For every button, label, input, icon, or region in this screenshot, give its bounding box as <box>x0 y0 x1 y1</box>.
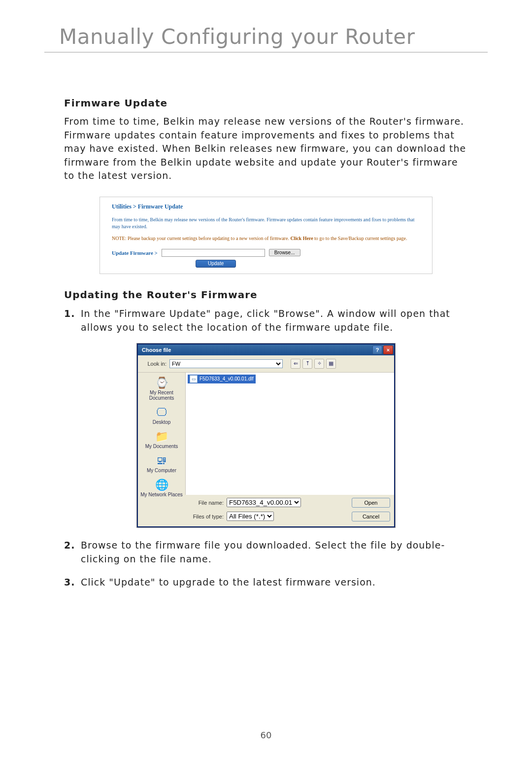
computer-icon: 🖳 <box>154 454 169 468</box>
filetype-select[interactable]: All Files (*.*) <box>227 512 274 521</box>
panel-note-prefix: NOTE: Please backup your current setting… <box>112 236 290 241</box>
place-documents[interactable]: 📁 My Documents <box>138 428 185 451</box>
page-number: 60 <box>0 730 532 740</box>
dialog-titlebar: Choose file ? × <box>138 345 394 355</box>
file-item-selected[interactable]: ▭ F5D7633_4_v0.00.01.dlf <box>188 375 256 383</box>
nav-back-icon[interactable]: ⇐ <box>291 359 300 369</box>
open-button[interactable]: Open <box>352 498 390 508</box>
network-icon: 🌐 <box>154 478 169 492</box>
panel-breadcrumb: Utilities > Firmware Update <box>112 203 422 210</box>
place-recent-label: My Recent Documents <box>138 390 185 401</box>
place-documents-label: My Documents <box>145 444 178 449</box>
place-recent[interactable]: ⌚ My Recent Documents <box>138 375 185 403</box>
step-3-number: 3. <box>64 575 81 589</box>
nav-newfolder-icon[interactable]: ✧ <box>314 359 324 369</box>
step-2-text: Browse to the firmware file you download… <box>81 538 468 566</box>
dialog-title: Choose file <box>142 347 171 353</box>
place-desktop[interactable]: 🖵 Desktop <box>138 404 185 427</box>
desktop-icon: 🖵 <box>154 406 169 419</box>
filename-label: File name: <box>188 500 224 506</box>
file-icon: ▭ <box>190 375 198 383</box>
nav-viewmode-icon[interactable]: ▦ <box>326 359 336 369</box>
heading-updating-firmware: Updating the Router's Firmware <box>64 289 488 301</box>
step-1: 1. In the "Firmware Update" page, click … <box>64 307 468 335</box>
recent-icon: ⌚ <box>154 376 169 390</box>
nav-up-icon[interactable]: ⤒ <box>302 359 312 369</box>
firmware-file-input[interactable] <box>162 249 265 257</box>
place-network-label: My Network Places <box>140 492 183 497</box>
step-3-text: Click "Update" to upgrade to the latest … <box>81 575 468 589</box>
place-network[interactable]: 🌐 My Network Places <box>138 477 185 500</box>
firmware-update-panel: Utilities > Firmware Update From time to… <box>100 197 432 274</box>
step-1-number: 1. <box>64 307 81 335</box>
step-1-text: In the "Firmware Update" page, click "Br… <box>81 307 468 335</box>
place-desktop-label: Desktop <box>153 419 171 425</box>
paragraph-firmware-update: From time to time, Belkin may release ne… <box>64 115 468 183</box>
update-firmware-label: Update Firmware > <box>112 250 158 256</box>
lookin-select[interactable]: FW <box>169 359 283 368</box>
title-rule <box>44 52 488 53</box>
panel-paragraph: From time to time, Belkin may release ne… <box>112 216 422 230</box>
browse-button[interactable]: Browse... <box>269 249 300 256</box>
heading-firmware-update: Firmware Update <box>64 97 488 109</box>
panel-note-suffix: to go to the Save/Backup current setting… <box>313 236 407 241</box>
filetype-label: Files of type: <box>188 514 224 519</box>
place-computer-label: My Computer <box>147 468 176 473</box>
step-3: 3. Click "Update" to upgrade to the late… <box>64 575 468 589</box>
file-item-name: F5D7633_4_v0.00.01.dlf <box>200 376 254 381</box>
place-computer[interactable]: 🖳 My Computer <box>138 452 185 476</box>
filename-select[interactable]: F5D7633_4_v0.00.01 <box>227 498 301 507</box>
update-button[interactable]: Update <box>196 260 236 268</box>
documents-icon: 📁 <box>154 430 169 444</box>
panel-note-link[interactable]: Click Here <box>290 236 313 241</box>
close-button[interactable]: × <box>383 345 393 354</box>
step-2-number: 2. <box>64 538 81 566</box>
page-title: Manually Configuring your Router <box>59 25 488 49</box>
lookin-label: Look in: <box>142 361 166 367</box>
cancel-button[interactable]: Cancel <box>352 512 390 521</box>
places-bar: ⌚ My Recent Documents 🖵 Desktop 📁 My Doc… <box>138 373 186 495</box>
help-button[interactable]: ? <box>372 345 382 354</box>
choose-file-dialog: Choose file ? × Look in: FW ⇐ ⤒ ✧ ▦ <box>137 344 395 527</box>
file-area[interactable]: ▭ F5D7633_4_v0.00.01.dlf <box>186 373 394 495</box>
panel-note: NOTE: Please backup your current setting… <box>112 235 422 242</box>
step-2: 2. Browse to the firmware file you downl… <box>64 538 468 566</box>
